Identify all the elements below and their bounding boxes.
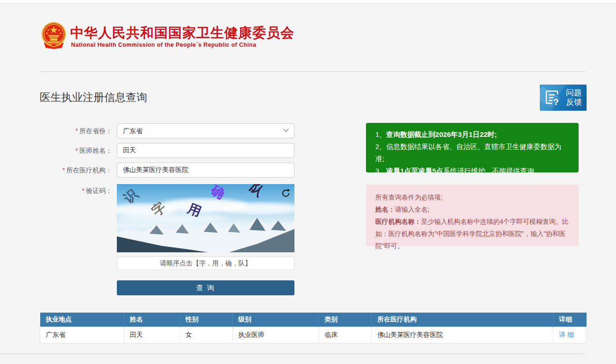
cell-institution: 佛山美莱医疗美容医院: [372, 327, 553, 343]
feedback-label: 问题 反馈: [566, 88, 582, 107]
svg-text:?: ?: [553, 97, 559, 107]
institution-label: *所在医疗机构：: [37, 166, 112, 175]
detail-link[interactable]: 详 细: [559, 331, 574, 338]
col-institution: 所在医疗机构: [372, 313, 553, 327]
table-header-row: 执业地点 姓名 性别 级别 类别 所在医疗机构 详细: [40, 313, 587, 327]
notice-green: 1、查询数据截止到2026年3月1日22时; 2、信息数据结果以各省、自治区、直…: [366, 123, 579, 172]
cell-category: 临床: [319, 327, 372, 343]
col-category: 类别: [319, 313, 372, 327]
site-title-en: National Health Commission of the People…: [71, 42, 256, 48]
notice-pink: 所有查询条件为必填项; 姓名：请输入全名; 医疗机构名称：至少输入机构名称中连续…: [366, 185, 579, 246]
top-strip: [0, 0, 616, 4]
captcha-image[interactable]: 识 字 用 确 队: [117, 184, 294, 252]
cell-gender: 女: [179, 327, 232, 343]
province-select[interactable]: 广东省: [117, 123, 294, 138]
captcha-label: *验证码：: [37, 187, 112, 195]
col-gender: 性别: [179, 313, 232, 327]
refresh-icon[interactable]: [281, 188, 291, 198]
header-divider: [40, 71, 586, 72]
site-title-cn: 中华人民共和国国家卫生健康委员会: [70, 24, 294, 43]
province-label: *所在省份：: [37, 127, 112, 136]
results-table: 执业地点 姓名 性别 级别 类别 所在医疗机构 详细 广东省 田天 女 执业医师…: [40, 313, 587, 343]
document-question-icon: ?: [544, 89, 561, 107]
required-asterisk: *: [63, 166, 65, 174]
province-select-wrap: 广东省: [117, 123, 294, 138]
site-header: 中华人民共和国国家卫生健康委员会 National Health Commiss…: [0, 4, 616, 71]
feedback-button[interactable]: ? 问题 反馈: [540, 85, 587, 111]
cell-name: 田天: [124, 327, 179, 343]
doctor-name-label: *医师姓名：: [37, 147, 112, 155]
china-national-emblem-icon: [39, 21, 68, 50]
required-asterisk: *: [76, 127, 78, 135]
page-title: 医生执业注册信息查询: [40, 90, 147, 105]
col-name: 姓名: [124, 313, 179, 327]
required-asterisk: *: [76, 147, 78, 154]
table-row: 广东省 田天 女 执业医师 临床 佛山美莱医疗美容医院 详 细: [40, 327, 587, 343]
captcha-instruction: 请顺序点击【字，用，确，队】: [117, 257, 294, 270]
cell-practice-location: 广东省: [40, 327, 124, 343]
required-asterisk: *: [82, 187, 85, 194]
institution-input[interactable]: [117, 163, 294, 178]
query-button[interactable]: 查 询: [117, 280, 294, 295]
bottom-divider: [0, 354, 586, 354]
cell-level: 执业医师: [232, 327, 319, 343]
doctor-name-input[interactable]: [117, 143, 294, 158]
col-detail: 详细: [553, 313, 586, 327]
col-level: 级别: [232, 313, 319, 327]
col-practice-location: 执业地点: [40, 313, 124, 327]
